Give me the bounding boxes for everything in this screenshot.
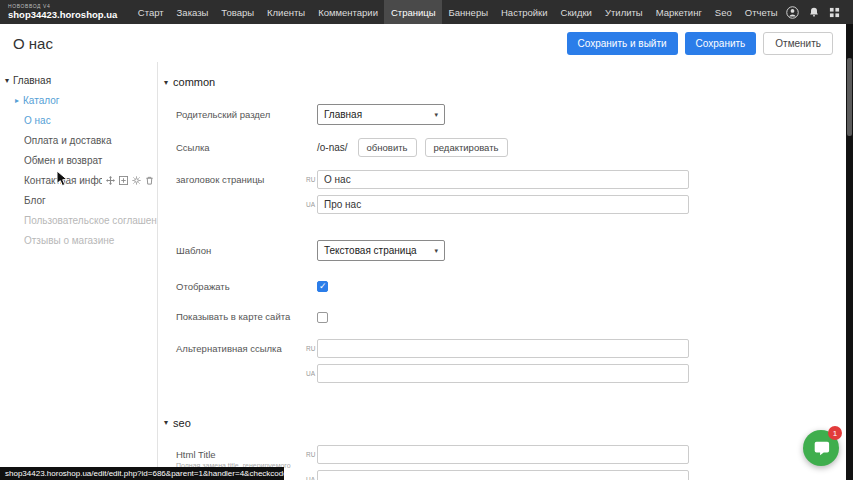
menu-item-zakazy[interactable]: Заказы: [170, 0, 215, 24]
parent-section-select[interactable]: Главная ▾: [317, 104, 445, 125]
display-row: Отображать: [176, 281, 846, 292]
tree-label: Пользовательское соглашение: [24, 215, 168, 226]
link-edit-button[interactable]: редактировать: [425, 138, 508, 157]
display-checkbox[interactable]: [317, 281, 328, 292]
tree-label: Отзывы о магазине: [24, 235, 114, 246]
section-common[interactable]: ▾ common: [164, 76, 846, 88]
parent-section-row: Родительский раздел Главная ▾: [176, 104, 846, 125]
lang-tag-ua: UA: [306, 370, 317, 377]
scrollbar-thumb[interactable]: [847, 58, 852, 136]
tree-label: Блог: [24, 195, 46, 206]
account-icon[interactable]: [786, 6, 799, 19]
selected-value: Текстовая страница: [324, 245, 417, 256]
alt-link-ru-input[interactable]: [317, 339, 689, 358]
menu-item-kommentarii[interactable]: Комментарии: [312, 0, 385, 24]
menu-item-seo[interactable]: Seo: [708, 0, 738, 24]
link-value: /o-nas/: [317, 142, 348, 153]
sidebar-item-katalog[interactable]: ▸ Каталог: [0, 90, 157, 110]
common-fields: Родительский раздел Главная ▾ Ссылка /o-…: [164, 104, 846, 389]
main-menu: Старт Заказы Товары Клиенты Комментарии …: [131, 0, 784, 24]
sidebar-item-obmen-i-vozvrat[interactable]: Обмен и возврат: [0, 150, 157, 170]
link-row: Ссылка /o-nas/ обновить редактировать: [176, 138, 846, 157]
template-row: Шаблон Текстовая страница ▾: [176, 240, 846, 261]
chevron-down-icon: ▾: [164, 418, 168, 427]
menu-item-stranitsy[interactable]: Страницы: [384, 0, 442, 24]
link-label: Ссылка: [176, 142, 317, 153]
sitemap-label: Показывать в карте сайта: [176, 311, 317, 322]
section-label: common: [173, 76, 215, 88]
page-title: О нас: [13, 35, 53, 52]
lang-tag-ru: RU: [306, 451, 317, 458]
menu-item-start[interactable]: Старт: [131, 0, 170, 24]
chevron-down-icon: ▾: [5, 76, 9, 85]
sidebar-item-kontaktnaya-informatsiya[interactable]: Контактная инфор: [0, 170, 157, 190]
brand-domain-label: shop34423.horoshop.ua: [8, 10, 117, 20]
apps-grid-icon[interactable]: [829, 7, 840, 18]
sidebar-item-glavnaya[interactable]: ▾ Главная: [0, 70, 157, 90]
alt-link-row: Альтернативная ссылка RU UA: [176, 339, 846, 389]
lang-tag-ru: RU: [306, 176, 317, 183]
page-title-label: заголовок страницы: [176, 170, 317, 185]
sidebar-item-otzyvy-o-magazine[interactable]: Отзывы о магазине: [0, 230, 157, 250]
tree-label: Контактная инфор: [24, 175, 102, 186]
menu-item-marketing[interactable]: Маркетинг: [649, 0, 708, 24]
menu-item-otchety[interactable]: Отчеты: [738, 0, 784, 24]
tree-label: Главная: [13, 75, 51, 86]
save-button[interactable]: Сохранить: [685, 32, 757, 55]
sidebar-item-blog[interactable]: Блог: [0, 190, 157, 210]
menu-item-bannery[interactable]: Баннеры: [442, 0, 494, 24]
sidebar-item-o-nas[interactable]: О нас: [0, 110, 157, 130]
cancel-button[interactable]: Отменить: [763, 32, 833, 55]
html-title-ru-input[interactable]: [317, 445, 689, 464]
alt-link-label: Альтернативная ссылка: [176, 339, 317, 354]
sidebar-item-polzovatelskoe-soglashenie[interactable]: Пользовательское соглашение: [0, 210, 157, 230]
notifications-icon[interactable]: [808, 6, 820, 18]
gear-icon[interactable]: [132, 176, 141, 185]
template-label: Шаблон: [176, 245, 317, 256]
alt-link-ua-input[interactable]: [317, 364, 689, 383]
tree-label: О нас: [24, 115, 51, 126]
trash-icon[interactable]: [145, 176, 154, 185]
tree-label: Обмен и возврат: [24, 155, 102, 166]
section-seo[interactable]: ▾ seo: [164, 417, 846, 429]
link-update-button[interactable]: обновить: [358, 138, 417, 157]
tree-item-tools: [106, 176, 154, 185]
chat-icon: [812, 439, 830, 457]
template-select[interactable]: Текстовая страница ▾: [317, 240, 445, 261]
move-icon[interactable]: [106, 176, 115, 185]
page-title-inputs: RU UA: [317, 170, 689, 220]
lang-tag-ru: RU: [306, 345, 317, 352]
page-title-ru-input[interactable]: [317, 170, 689, 189]
status-url-bar: shop34423.horoshop.ua/edit/edit.php?id=6…: [0, 467, 284, 480]
lang-tag-ua: UA: [306, 476, 317, 480]
menu-item-skidki[interactable]: Скидки: [554, 0, 598, 24]
sitemap-checkbox[interactable]: [317, 312, 328, 323]
scrollbar-track[interactable]: [846, 24, 853, 480]
chat-widget-button[interactable]: 1: [803, 430, 839, 466]
page-edit-form: ▾ common Родительский раздел Главная ▾ С…: [157, 62, 846, 480]
html-title-inputs: RU UA: [317, 445, 689, 480]
menu-item-nastroyki[interactable]: Настройки: [495, 0, 555, 24]
chevron-down-icon: ▾: [164, 78, 168, 87]
pages-tree-sidebar: ▾ Главная ▸ Каталог О нас Оплата и доста…: [0, 62, 157, 480]
menu-item-klienty[interactable]: Клиенты: [261, 0, 312, 24]
tree-label: Оплата и доставка: [24, 135, 111, 146]
selected-value: Главная: [324, 109, 362, 120]
section-label: seo: [173, 417, 191, 429]
html-title-label: Html Title: [176, 449, 317, 460]
chat-unread-badge: 1: [828, 426, 842, 440]
parent-section-label: Родительский раздел: [176, 109, 317, 120]
menu-item-tovary[interactable]: Товары: [215, 0, 261, 24]
sitemap-row: Показывать в карте сайта: [176, 311, 846, 322]
page-title-ua-input[interactable]: [317, 195, 689, 214]
sidebar-item-oplata-i-dostavka[interactable]: Оплата и доставка: [0, 130, 157, 150]
brand-logo[interactable]: НОВОВВОД V4 shop34423.horoshop.ua: [0, 4, 131, 20]
add-page-icon[interactable]: [119, 176, 128, 185]
chevron-down-icon: ▾: [434, 247, 438, 255]
menu-item-utility[interactable]: Утилиты: [598, 0, 649, 24]
lang-tag-ua: UA: [306, 201, 317, 208]
html-title-ua-input[interactable]: [317, 470, 689, 480]
save-and-exit-button[interactable]: Сохранить и выйти: [567, 32, 678, 55]
topbar: НОВОВВОД V4 shop34423.horoshop.ua Старт …: [0, 0, 853, 24]
header-buttons: Сохранить и выйти Сохранить Отменить: [567, 32, 834, 55]
